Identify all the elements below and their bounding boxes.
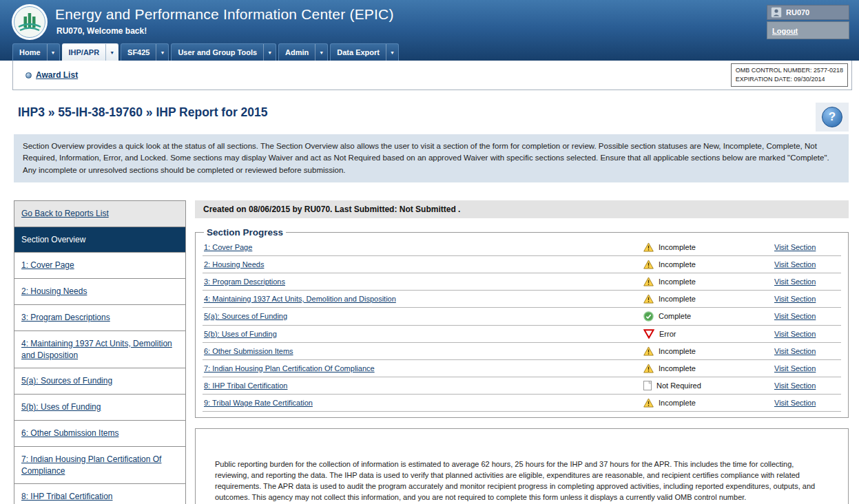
warning-icon xyxy=(643,346,654,356)
section-link[interactable]: 3: Program Descriptions xyxy=(204,277,285,286)
sidebar-item-go-back-to-reports-list[interactable]: Go Back to Reports List xyxy=(14,201,185,227)
help-panel: ? xyxy=(816,103,849,132)
sidebar-item-3-program-descriptions[interactable]: 3: Program Descriptions xyxy=(14,305,185,331)
visit-section-link[interactable]: Visit Section xyxy=(774,277,816,286)
tab-data-export[interactable]: Data Export ▼ xyxy=(330,43,399,61)
status-cell: Incomplete xyxy=(643,242,774,252)
section-link[interactable]: 7: Indian Housing Plan Certification Of … xyxy=(204,364,375,372)
section-cell: 7: Indian Housing Plan Certification Of … xyxy=(204,364,643,372)
sidebar-item-7-indian-housing-plan-certification-of-compliance[interactable]: 7: Indian Housing Plan Certification Of … xyxy=(14,447,185,485)
visit-section-link[interactable]: Visit Section xyxy=(774,330,816,338)
award-list-link[interactable]: Award List xyxy=(36,70,78,80)
status-label: Incomplete xyxy=(659,347,696,355)
award-bar: Award List OMB CONTROL NUMBER: 2577-0218… xyxy=(12,61,852,90)
sidebar-item-2-housing-needs[interactable]: 2: Housing Needs xyxy=(14,279,185,305)
visit-section-link[interactable]: Visit Section xyxy=(774,243,816,251)
section-cell: 9: Tribal Wage Rate Certification xyxy=(204,399,643,407)
welcome-text: RU070, Welcome back! xyxy=(56,26,147,36)
visit-cell: Visit Section xyxy=(774,364,840,372)
table-row: 9: Tribal Wage Rate Certification Incomp… xyxy=(203,395,841,412)
section-link[interactable]: 9: Tribal Wage Rate Certification xyxy=(204,399,313,407)
tab-home[interactable]: Home ▼ xyxy=(12,43,60,61)
section-link[interactable]: 4: Maintaining 1937 Act Units, Demolitio… xyxy=(204,295,396,303)
sidebar-item-5-a-sources-of-funding[interactable]: 5(a): Sources of Funding xyxy=(14,368,185,395)
visit-cell: Visit Section xyxy=(774,295,840,303)
app-header: Energy and Performance Information Cente… xyxy=(0,0,859,61)
visit-section-link[interactable]: Visit Section xyxy=(774,312,816,320)
tab-label: User and Group Tools xyxy=(172,44,263,61)
user-panel: RU070 Logout xyxy=(767,5,849,39)
visit-cell: Visit Section xyxy=(774,312,840,320)
status-cell: Incomplete xyxy=(643,398,774,408)
tab-ihp-apr[interactable]: IHP/APR ▼ xyxy=(62,43,119,61)
table-row: 3: Program Descriptions Incomplete Visit… xyxy=(203,273,841,291)
tab-sf425[interactable]: SF425 ▼ xyxy=(121,43,169,61)
complete-check-icon xyxy=(643,311,654,322)
visit-section-link[interactable]: Visit Section xyxy=(774,364,816,372)
sidebar-item-section-overview[interactable]: Section Overview xyxy=(14,227,185,253)
section-cell: 5(b): Uses of Funding xyxy=(204,330,643,338)
logout-box: Logout xyxy=(767,21,849,39)
status-label: Incomplete xyxy=(659,364,696,372)
status-cell: Incomplete xyxy=(643,294,774,304)
sidebar-item-5-b-uses-of-funding[interactable]: 5(b): Uses of Funding xyxy=(14,395,185,421)
burden-statement-box: Public reporting burden for the collecti… xyxy=(195,428,849,504)
award-link-wrap: Award List xyxy=(25,70,78,80)
page-head: IHP3 » 55-IH-38-19760 » IHP Report for 2… xyxy=(18,98,849,133)
table-row: 7: Indian Housing Plan Certification Of … xyxy=(203,360,841,377)
section-link[interactable]: 5(a): Sources of Funding xyxy=(204,312,287,320)
username-label: RU070 xyxy=(786,8,809,17)
section-progress-fieldset: Section Progress 1: Cover Page Incomplet… xyxy=(195,227,849,418)
tab-label: SF425 xyxy=(121,44,156,61)
chevron-down-icon: ▼ xyxy=(315,44,327,61)
error-triangle-icon xyxy=(643,329,654,339)
section-cell: 3: Program Descriptions xyxy=(204,277,643,286)
status-cell: Incomplete xyxy=(643,277,774,286)
progress-rows: 1: Cover Page Incomplete Visit Section 2… xyxy=(203,239,841,412)
table-row: 4: Maintaining 1937 Act Units, Demolitio… xyxy=(203,291,841,308)
sidebar-item-4-maintaining-1937-act-units-demolition-and-disposition[interactable]: 4: Maintaining 1937 Act Units, Demolitio… xyxy=(14,331,185,369)
visit-section-link[interactable]: Visit Section xyxy=(774,295,816,303)
chevron-down-icon: ▼ xyxy=(156,44,168,61)
chevron-down-icon: ▼ xyxy=(105,44,118,61)
status-label: Incomplete xyxy=(659,399,696,407)
section-cell: 8: IHP Tribal Certification xyxy=(204,381,643,390)
table-row: 8: IHP Tribal Certification Not Required… xyxy=(203,377,841,395)
sidebar-item-6-other-submission-items[interactable]: 6: Other Submission Items xyxy=(14,421,185,447)
warning-icon xyxy=(643,398,654,408)
section-cell: 2: Housing Needs xyxy=(204,260,643,269)
help-icon[interactable]: ? xyxy=(822,107,842,127)
warning-icon xyxy=(643,294,654,304)
logout-link[interactable]: Logout xyxy=(772,27,798,35)
breadcrumb: IHP3 » 55-IH-38-19760 » IHP Report for 2… xyxy=(18,98,267,120)
section-link[interactable]: 6: Other Submission Items xyxy=(204,347,293,355)
visit-section-link[interactable]: Visit Section xyxy=(774,381,816,390)
chevron-down-icon: ▼ xyxy=(47,44,59,61)
chevron-down-icon: ▼ xyxy=(263,44,276,61)
tab-user-and-group-tools[interactable]: User and Group Tools ▼ xyxy=(171,43,276,61)
section-link[interactable]: 2: Housing Needs xyxy=(204,260,264,269)
visit-section-link[interactable]: Visit Section xyxy=(774,347,816,355)
status-cell: Incomplete xyxy=(643,346,774,356)
tab-admin[interactable]: Admin ▼ xyxy=(278,43,328,61)
sidebar-item-1-cover-page[interactable]: 1: Cover Page xyxy=(14,253,185,279)
tab-label: Data Export xyxy=(331,44,386,61)
status-cell: Complete xyxy=(643,311,774,322)
section-link[interactable]: 8: IHP Tribal Certification xyxy=(204,381,287,390)
sidebar-item-8-ihp-tribal-certification[interactable]: 8: IHP Tribal Certification xyxy=(14,484,185,504)
user-badge: RU070 xyxy=(767,5,849,20)
status-label: Complete xyxy=(659,312,691,320)
section-link[interactable]: 1: Cover Page xyxy=(204,243,252,251)
table-row: 6: Other Submission Items Incomplete Vis… xyxy=(203,343,841,360)
warning-icon xyxy=(643,277,654,286)
section-link[interactable]: 5(b): Uses of Funding xyxy=(204,330,277,338)
main-content: Created on 08/06/2015 by RU070. Last Sub… xyxy=(195,200,849,504)
nav-tabs: Home ▼ IHP/APR ▼ SF425 ▼ User and Group … xyxy=(12,43,399,61)
section-cell: 4: Maintaining 1937 Act Units, Demolitio… xyxy=(204,295,643,303)
visit-section-link[interactable]: Visit Section xyxy=(774,399,816,407)
section-overview-description: Section Overview provides a quick look a… xyxy=(14,134,849,182)
visit-section-link[interactable]: Visit Section xyxy=(774,260,816,269)
tab-label: Home xyxy=(13,44,47,61)
document-icon xyxy=(643,381,652,390)
warning-icon xyxy=(643,242,654,252)
